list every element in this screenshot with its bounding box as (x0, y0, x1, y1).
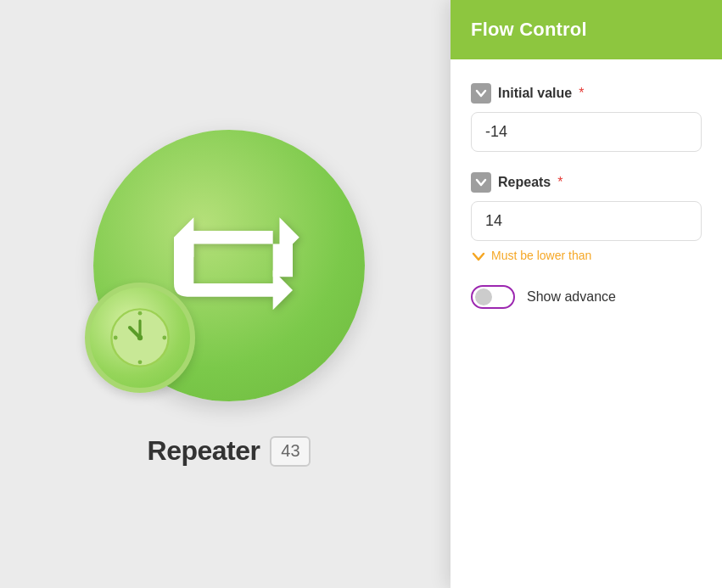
show-advanced-row: Show advance (471, 285, 702, 309)
repeats-chevron[interactable] (471, 172, 491, 193)
repeats-label-row: Repeats * (471, 172, 702, 193)
panel-header: Flow Control (451, 0, 722, 59)
repeats-required: * (557, 175, 562, 190)
initial-value-label: Initial value (498, 86, 572, 101)
initial-value-input[interactable] (471, 112, 702, 152)
repeats-label: Repeats (498, 175, 551, 190)
repeater-label-row: Repeater 43 (148, 435, 311, 467)
svg-point-3 (138, 360, 143, 364)
repeater-icon-wrapper (85, 121, 373, 410)
right-panel: Flow Control Initial value * (451, 0, 722, 588)
repeats-validation: Must be lower than (471, 248, 702, 265)
initial-value-required: * (579, 86, 584, 101)
svg-point-2 (138, 311, 143, 316)
initial-value-group: Initial value * (471, 83, 702, 152)
repeater-title: Repeater (148, 435, 260, 467)
repeats-input[interactable] (471, 201, 702, 241)
initial-value-chevron[interactable] (471, 83, 491, 104)
panel-title: Flow Control (471, 19, 587, 40)
show-advanced-label: Show advance (527, 289, 616, 305)
svg-point-4 (114, 336, 118, 340)
repeats-group: Repeats * Must be lower than (471, 172, 702, 265)
clock-icon (85, 283, 195, 393)
repeat-arrow-icon (165, 198, 301, 316)
toggle-knob (475, 288, 492, 305)
show-advanced-toggle[interactable] (471, 285, 515, 309)
svg-point-5 (162, 336, 166, 340)
svg-point-8 (137, 335, 143, 340)
validation-text: Must be lower than (491, 248, 591, 265)
panel-body: Initial value * Repeats * (451, 59, 722, 588)
repeater-badge: 43 (270, 436, 311, 467)
left-area: Repeater 43 (0, 0, 458, 588)
validation-chevron-icon (471, 249, 486, 264)
initial-value-label-row: Initial value * (471, 83, 702, 104)
